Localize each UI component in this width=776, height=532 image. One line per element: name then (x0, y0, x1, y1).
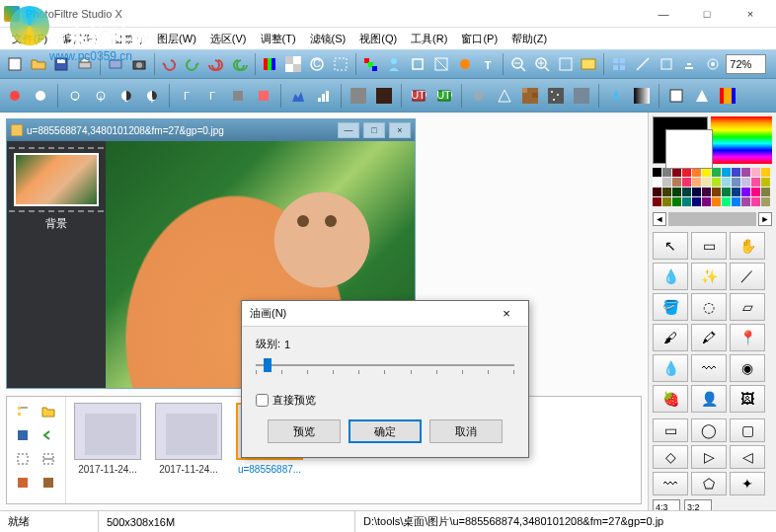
palette-cell[interactable] (751, 178, 760, 187)
strawberry-tool-icon[interactable]: 🍓 (653, 385, 688, 413)
sharpen-icon[interactable] (494, 85, 515, 107)
art-tool-icon[interactable]: 🖼 (730, 385, 765, 413)
thumb-tool-disk[interactable] (11, 424, 35, 446)
palette-cell[interactable] (722, 168, 731, 177)
palette-cell[interactable] (761, 188, 770, 196)
doc-minimize[interactable]: — (338, 122, 359, 138)
stamp-tool-icon[interactable]: 📍 (730, 324, 765, 351)
square-tool-icon[interactable] (656, 52, 677, 76)
zoom-input[interactable]: 72% (726, 54, 766, 74)
auto1-icon[interactable]: AUTO (408, 85, 429, 107)
ratio-input-2[interactable]: 3:2 (684, 499, 712, 510)
palette-scroll[interactable] (668, 212, 756, 226)
palette-cell[interactable] (722, 178, 731, 187)
zoomin-icon[interactable] (531, 52, 553, 76)
contrast-up-icon[interactable]: + (141, 85, 163, 107)
thumb-tool-folder[interactable] (37, 401, 60, 422)
clone-tool-icon[interactable]: ◉ (730, 354, 765, 382)
window-minimize[interactable]: — (642, 0, 685, 28)
color-palette[interactable] (653, 168, 772, 206)
palette-cell[interactable] (732, 178, 740, 187)
shape-ellipse-icon[interactable]: ◯ (691, 418, 727, 442)
palette-cell[interactable] (682, 188, 691, 196)
menu-edit[interactable]: 编辑(E) (55, 30, 104, 48)
document-titlebar[interactable]: u=885568874,3480101208&fm=27&gp=0.jpg — … (7, 119, 415, 141)
preview-button[interactable]: 预览 (268, 419, 341, 443)
palette-cell[interactable] (662, 197, 671, 206)
shape-star-icon[interactable]: ✦ (730, 472, 765, 495)
palette-cell[interactable] (712, 197, 721, 206)
palette-cell[interactable] (761, 197, 770, 206)
levels-icon[interactable] (313, 85, 335, 107)
shape-roundrect-icon[interactable]: ▢ (730, 418, 765, 442)
fgbg-color[interactable] (653, 116, 708, 164)
palette-cell[interactable] (653, 178, 661, 187)
colors-swap-icon[interactable] (360, 52, 382, 76)
palette-cell[interactable] (741, 178, 750, 187)
scanner-icon[interactable] (105, 52, 126, 76)
line-tool-icon[interactable] (632, 52, 654, 76)
thumb-tool-sel2[interactable] (37, 448, 60, 470)
zoomfit-icon[interactable] (555, 52, 577, 76)
shape-triangle2-icon[interactable]: ◁ (730, 445, 765, 469)
palette-cell[interactable] (692, 168, 701, 177)
ratio-input-1[interactable]: 4:3 (653, 499, 680, 510)
auto2-icon[interactable]: AUTO (433, 85, 455, 107)
dropper-tool-icon[interactable]: 💧 (653, 263, 688, 290)
mosaic-icon[interactable] (519, 85, 541, 107)
palette-cell[interactable] (712, 178, 721, 187)
palette-cell[interactable] (751, 197, 760, 206)
palette-cell[interactable] (662, 188, 671, 196)
gamma-down-icon[interactable]: Γ (176, 85, 197, 107)
photogradient-icon[interactable] (717, 85, 738, 107)
text-icon[interactable]: T (477, 52, 499, 76)
shape-diamond-icon[interactable]: ◇ (653, 445, 688, 469)
palette-cell[interactable] (761, 178, 770, 187)
palette-cell[interactable] (741, 197, 750, 206)
thumb-item[interactable]: 2017-11-24... (72, 403, 143, 497)
selection-shape-icon[interactable] (330, 52, 351, 76)
pointer-tool-icon[interactable]: ↖ (653, 232, 688, 260)
advbrush-tool-icon[interactable]: 🖍 (691, 324, 727, 351)
blur-tool-icon[interactable]: 💧 (653, 354, 688, 382)
histogram-icon[interactable] (287, 85, 309, 107)
camera-icon[interactable] (128, 52, 150, 76)
photoframe-icon[interactable] (691, 85, 713, 107)
undoall-icon[interactable] (205, 52, 227, 76)
direct-preview-checkbox[interactable]: 直接预览 (256, 393, 514, 408)
window-close[interactable]: × (729, 0, 772, 28)
doc-maximize[interactable]: □ (363, 122, 385, 138)
spectrum-picker[interactable] (711, 116, 772, 164)
gamma-up-icon[interactable]: Γ (201, 85, 223, 107)
wand-tool-icon[interactable]: ✨ (691, 263, 727, 290)
new-icon[interactable] (4, 52, 26, 76)
transparency-icon[interactable] (282, 52, 304, 76)
palette-cell[interactable] (722, 188, 731, 196)
sun-red-icon[interactable] (4, 85, 26, 107)
palette-cell[interactable] (662, 168, 671, 177)
doc-close[interactable]: × (389, 122, 411, 138)
photomask-icon[interactable] (665, 85, 687, 107)
line-tool-icon[interactable]: ／ (730, 263, 765, 290)
explorer-icon[interactable] (608, 52, 630, 76)
shape-triangle-icon[interactable]: ▷ (691, 445, 727, 469)
menu-tools[interactable]: 工具(R) (405, 30, 453, 48)
rgb-icon[interactable] (260, 52, 281, 76)
shape-poly-icon[interactable]: ⬠ (691, 472, 727, 495)
gradient-icon[interactable] (631, 85, 653, 107)
palette-cell[interactable] (732, 197, 740, 206)
thumb-tool-film1[interactable] (11, 472, 35, 494)
contrast-down-icon[interactable]: - (116, 85, 137, 107)
palette-cell[interactable] (702, 197, 711, 206)
hand-tool-icon[interactable]: ✋ (730, 232, 765, 260)
thumb-tool-tree[interactable] (11, 401, 35, 422)
open-icon[interactable] (28, 52, 49, 76)
palette-cell[interactable] (682, 168, 691, 177)
cancel-button[interactable]: 取消 (429, 419, 503, 443)
sat-down-icon[interactable] (227, 85, 249, 107)
palette-cell[interactable] (672, 188, 681, 196)
menu-view[interactable]: 视图(Q) (353, 30, 403, 48)
palette-cell[interactable] (672, 168, 681, 177)
redoall-icon[interactable] (229, 52, 251, 76)
palette-cell[interactable] (672, 197, 681, 206)
